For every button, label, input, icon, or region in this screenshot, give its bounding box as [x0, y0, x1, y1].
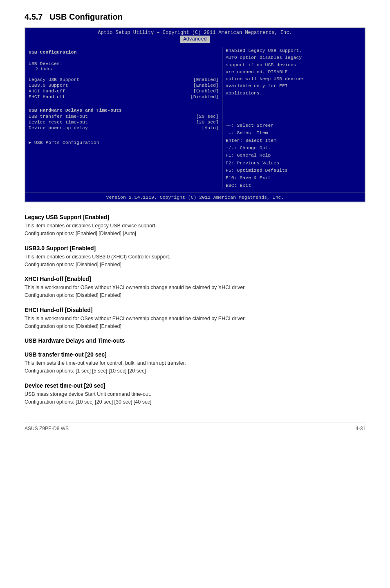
doc-legacy-usb-line1: This item enables or disables Legacy USB… [25, 222, 365, 230]
bios-body: USB Configuration USB Devices: 2 Hubs Le… [25, 44, 365, 193]
bios-nav-help: →←: Select Screen↑↓: Select ItemEnter: S… [226, 122, 361, 190]
doc-section-device-reset: Device reset time-out [20 sec] USB mass … [25, 382, 365, 406]
bios-footer: Version 2.14.1219. Copyright (C) 2011 Am… [25, 193, 365, 202]
bios-item-device-powerup: Device power-up delay [Auto] [29, 125, 219, 130]
bios-help-text: Enabled Legacy USB support.AUTO option d… [226, 47, 361, 97]
doc-device-reset-title: Device reset time-out [20 sec] [25, 382, 365, 389]
section-title: 4.5.7 USB Configuration [25, 12, 365, 22]
bios-right-panel: Enabled Legacy USB support.AUTO option d… [222, 47, 361, 189]
doc-ehci-line2: Configuration options: [Disabled] [Enabl… [25, 323, 365, 330]
doc-section-hw-delays: USB Hardware Delays and Time-outs [25, 337, 365, 344]
bios-device-powerup-label: Device power-up delay [29, 125, 88, 130]
bios-header: Aptio Setup Utility – Copyright (C) 2011… [25, 28, 365, 44]
bios-legacy-usb-value: [Enabled] [193, 77, 219, 82]
bios-xhci-value: [Enabled] [193, 88, 219, 94]
doc-section-xhci: XHCI Hand-off [Enabled] This is a workar… [25, 276, 365, 299]
doc-ehci-line1: This is a workaround for OSes without EH… [25, 315, 365, 323]
doc-usb30-line2: Configuration options: [Disabled] [Enabl… [25, 261, 365, 269]
bios-header-text: Aptio Setup Utility – Copyright (C) 2011… [98, 30, 292, 36]
bios-xhci-label: XHCI Hand-off [29, 88, 65, 94]
doc-xhci-line1: This is a workaround for OSes without XH… [25, 284, 365, 292]
bios-hardware-section: USB Hardware Delays and Time-outs [29, 108, 219, 113]
doc-legacy-usb-title: Legacy USB Support [Enabled] [25, 214, 365, 220]
bios-item-usb30: USB3.0 Support [Enabled] [29, 83, 219, 88]
bios-usb-devices-label: USB Devices: [29, 61, 219, 66]
bios-active-tab: Advanced [180, 36, 210, 43]
doc-usb-transfer-line1: This item sets the time-out value for co… [25, 359, 365, 367]
bios-usb-config-title: USB Configuration [29, 49, 219, 55]
doc-xhci-title: XHCI Hand-off [Enabled] [25, 276, 365, 282]
bios-ehci-value: [Disabled] [191, 94, 219, 99]
bios-usb-transfer-value: [20 sec] [196, 114, 219, 119]
bios-usb30-value: [Enabled] [193, 83, 219, 88]
footer-product: ASUS Z9PE-D8 WS [25, 426, 69, 431]
doc-section-usb30: USB3.0 Support [Enabled] This item enabl… [25, 245, 365, 269]
bios-device-reset-value: [20 sec] [196, 119, 219, 125]
bios-usb30-label: USB3.0 Support [29, 83, 68, 88]
bios-item-usb-transfer: USB transfer time-out [20 sec] [29, 114, 219, 119]
footer-page-number: 4-31 [356, 426, 365, 431]
doc-device-reset-line1: USB mass storage device Start Unit comma… [25, 391, 365, 398]
bios-item-xhci: XHCI Hand-off [Enabled] [29, 88, 219, 94]
bios-usb-transfer-label: USB transfer time-out [29, 114, 88, 119]
doc-ehci-title: EHCI Hand-off [Disabled] [25, 307, 365, 313]
bios-ehci-label: EHCI Hand-off [29, 94, 65, 99]
doc-legacy-usb-line2: Configuration options: [Enabled] [Disabl… [25, 230, 365, 238]
doc-usb-transfer-title: USB transfer time-out [20 sec] [25, 351, 365, 358]
bios-legacy-usb-label: Legacy USB Support [29, 77, 79, 82]
bios-device-powerup-value: [Auto] [202, 125, 219, 130]
doc-usb30-title: USB3.0 Support [Enabled] [25, 245, 365, 251]
doc-section-ehci: EHCI Hand-off [Disabled] This is a worka… [25, 307, 365, 330]
bios-screen: Aptio Setup Utility – Copyright (C) 2011… [25, 27, 365, 202]
doc-usb30-line1: This item enables or disables USB3.0 (XH… [25, 253, 365, 261]
doc-usb-transfer-line2: Configuration options: [1 sec] [5 sec] [… [25, 367, 365, 375]
bios-device-reset-label: Device reset time-out [29, 119, 88, 125]
bios-usb-ports-submenu[interactable]: ▶ USB Ports Configuration [29, 139, 219, 145]
bios-usb-devices-value: 2 Hubs [29, 66, 219, 72]
bios-left-panel: USB Configuration USB Devices: 2 Hubs Le… [29, 47, 219, 189]
doc-device-reset-line2: Configuration options: [10 sec] [20 sec]… [25, 398, 365, 406]
bios-item-ehci: EHCI Hand-off [Disabled] [29, 94, 219, 99]
doc-xhci-line2: Configuration options: [Disabled] [Enabl… [25, 292, 365, 299]
doc-hw-delays-title: USB Hardware Delays and Time-outs [25, 337, 365, 344]
page-footer: ASUS Z9PE-D8 WS 4-31 [25, 422, 365, 431]
doc-section-legacy-usb: Legacy USB Support [Enabled] This item e… [25, 214, 365, 238]
doc-section-usb-transfer: USB transfer time-out [20 sec] This item… [25, 351, 365, 375]
bios-item-legacy-usb: Legacy USB Support [Enabled] [29, 77, 219, 82]
bios-item-device-reset: Device reset time-out [20 sec] [29, 119, 219, 125]
